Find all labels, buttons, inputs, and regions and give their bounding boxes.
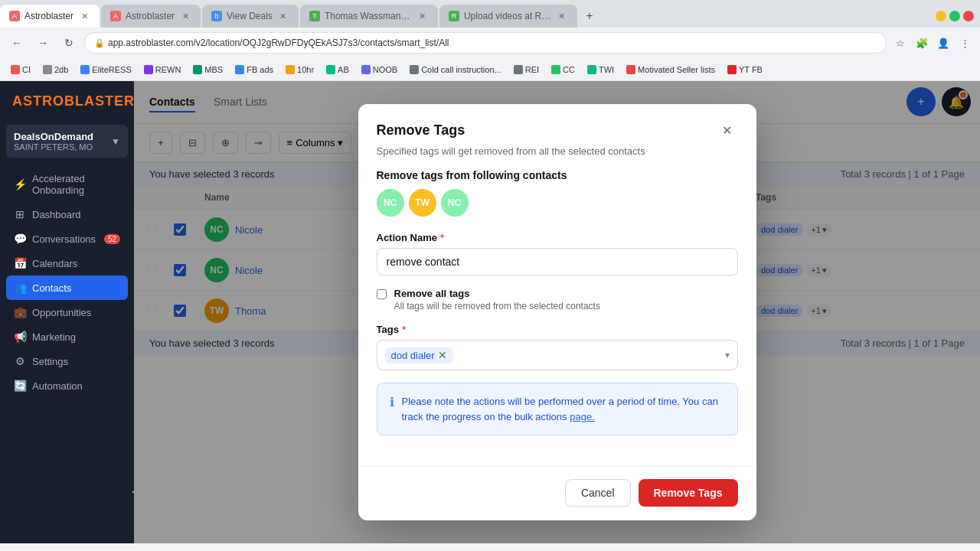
new-tab-button[interactable]: +: [579, 5, 600, 27]
info-text: Please note the actions will be performe…: [402, 394, 725, 424]
tags-input[interactable]: dod dialer ✕ ▾: [377, 340, 738, 370]
sidebar-item-settings[interactable]: ⚙ Settings: [6, 349, 128, 373]
toolbar-icons: ☆ 🧩 👤 ⋮: [891, 34, 974, 52]
sidebar-label-dashboard: Dashboard: [32, 209, 81, 220]
browser-tab-1[interactable]: A Astroblaster ✕: [0, 5, 100, 28]
browser-tab-3[interactable]: b View Deals ✕: [202, 5, 299, 28]
bookmark-cc[interactable]: CC: [547, 64, 580, 76]
action-name-input[interactable]: [377, 248, 738, 276]
bookmark-10hr[interactable]: 10hr: [281, 64, 318, 76]
bookmark-motivated[interactable]: Motivated Seller lists: [622, 64, 720, 76]
extensions-icon[interactable]: 🧩: [913, 34, 931, 52]
conversations-badge: 52: [104, 234, 120, 244]
bookmark-ci[interactable]: CI: [6, 64, 35, 76]
sidebar-item-marketing[interactable]: 📢 Marketing: [6, 324, 128, 349]
back-button[interactable]: ←: [6, 32, 28, 54]
logo-accent: BLASTER: [64, 93, 135, 109]
tag-chip-remove[interactable]: ✕: [438, 350, 447, 360]
tags-group: Tags * dod dialer ✕ ▾: [377, 324, 738, 370]
address-bar-row: ← → ↻ 🔒 app.astroblaster.com/v2/location…: [0, 28, 980, 58]
info-box: ℹ Please note the actions will be perfor…: [377, 383, 738, 435]
bookmark-ytfb[interactable]: YT FB: [723, 64, 767, 76]
sidebar-location[interactable]: DealsOnDemand SAINT PETERS, MO ▼: [6, 125, 128, 158]
bookmark-noob[interactable]: NOOB: [357, 64, 402, 76]
bookmark-rewn[interactable]: REWN: [139, 64, 186, 76]
sidebar-logo: ASTROBLASTER: [0, 81, 134, 119]
reload-button[interactable]: ↻: [58, 32, 80, 54]
tag-chip-label: dod dialer: [391, 350, 435, 361]
tab-close-5[interactable]: ✕: [556, 10, 568, 22]
bookmark-fbads[interactable]: FB ads: [230, 64, 278, 76]
tab-bar: A Astroblaster ✕ A Astroblaster ✕ b View…: [0, 0, 980, 28]
tab-close-3[interactable]: ✕: [277, 10, 289, 22]
sidebar-label-settings: Settings: [32, 356, 68, 367]
sidebar-label-automation: Automation: [32, 380, 83, 392]
sidebar-item-conversations[interactable]: 💬 Conversations 52: [6, 227, 128, 251]
tab-title-2: Astroblaster: [126, 11, 175, 21]
action-name-label: Action Name *: [377, 232, 738, 243]
minimize-button[interactable]: [936, 11, 946, 21]
browser-tab-4[interactable]: T Thomas Wassmann/TWI - G... ✕: [300, 5, 438, 28]
browser-tab-5[interactable]: R Upload videos at Rumble ✕: [439, 5, 577, 28]
menu-icon[interactable]: ⋮: [956, 34, 974, 52]
info-icon: ℹ: [390, 395, 394, 424]
bookmarks-bar: CI 2db EliteRESS REWN MBS FB ads 10hr A: [0, 58, 980, 81]
tags-label: Tags *: [377, 324, 738, 335]
star-icon[interactable]: ☆: [891, 34, 910, 52]
logo-text: ASTROBLASTER: [12, 93, 122, 109]
info-link[interactable]: page.: [570, 411, 595, 422]
sidebar-item-dashboard[interactable]: ⊞ Dashboard: [6, 202, 128, 227]
tab-close-1[interactable]: ✕: [78, 10, 90, 22]
contact-avatar-1: NC: [377, 189, 404, 217]
logo-main: ASTRO: [12, 93, 64, 109]
close-window-button[interactable]: [963, 11, 974, 21]
tab-title-3: View Deals: [227, 11, 273, 21]
sidebar-item-contacts[interactable]: 👥 Contacts: [6, 276, 128, 300]
action-name-group: Action Name *: [377, 232, 738, 276]
tab-favicon-4: T: [309, 11, 320, 21]
dialog-subtitle: Specified tags will get removed from all…: [358, 141, 756, 169]
sidebar-label-contacts: Contacts: [32, 282, 71, 294]
cancel-button[interactable]: Cancel: [565, 479, 631, 507]
sidebar-item-opportunities[interactable]: 💼 Opportunities: [6, 300, 128, 324]
sidebar-item-calendars[interactable]: 📅 Calendars: [6, 251, 128, 276]
app-container: ASTROBLASTER DealsOnDemand SAINT PETERS,…: [0, 81, 980, 543]
bookmark-twi[interactable]: TWI: [583, 64, 619, 76]
dialog-close-button[interactable]: ✕: [717, 119, 738, 141]
forward-button[interactable]: →: [32, 32, 54, 54]
sidebar-label-conversations: Conversations: [32, 233, 96, 245]
remove-tags-dialog: Remove Tags ✕ Specified tags will get re…: [358, 104, 756, 520]
remove-all-label: Remove all tags: [394, 288, 600, 299]
sidebar-item-automation[interactable]: 🔄 Automation: [6, 373, 128, 398]
tab-favicon-2: A: [110, 11, 121, 21]
tab-title-1: Astroblaster: [24, 11, 74, 21]
sidebar-item-onboarding[interactable]: ⚡ Accelerated Onboarding: [6, 167, 128, 202]
profile-icon[interactable]: 👤: [934, 34, 952, 52]
bookmark-rei[interactable]: REI: [509, 64, 544, 76]
bookmark-ab[interactable]: AB: [322, 64, 354, 76]
bookmark-2db[interactable]: 2db: [38, 64, 73, 76]
tags-dropdown-arrow-icon[interactable]: ▾: [725, 350, 730, 360]
tab-close-2[interactable]: ✕: [179, 10, 191, 22]
dialog-title: Remove Tags: [377, 122, 466, 139]
remove-all-checkbox[interactable]: [377, 289, 387, 299]
required-star-2: *: [402, 324, 406, 335]
remove-all-info: Remove all tags All tags will be removed…: [394, 288, 600, 311]
location-sub: SAINT PETERS, MO: [14, 142, 120, 152]
address-box[interactable]: 🔒 app.astroblaster.com/v2/location/OQJ2g…: [84, 32, 887, 54]
remove-tags-button[interactable]: Remove Tags: [639, 479, 738, 507]
contacts-avatars: NC TW NC: [377, 189, 738, 217]
contact-avatar-3: NC: [441, 189, 469, 217]
browser-tab-2[interactable]: A Astroblaster ✕: [101, 5, 201, 28]
contacts-section-label: Remove tags from following contacts: [377, 169, 738, 181]
lock-icon: 🔒: [94, 38, 105, 48]
tab-favicon-5: R: [449, 11, 459, 21]
tab-close-4[interactable]: ✕: [416, 10, 429, 22]
conversations-icon: 💬: [14, 233, 26, 245]
onboarding-icon: ⚡: [14, 178, 26, 191]
bookmark-cold-call[interactable]: Cold call instruction...: [405, 64, 506, 76]
maximize-button[interactable]: [949, 11, 960, 21]
bookmark-eliteress[interactable]: EliteRESS: [76, 64, 136, 76]
dashboard-icon: ⊞: [14, 208, 26, 220]
bookmark-mbs[interactable]: MBS: [188, 64, 227, 76]
